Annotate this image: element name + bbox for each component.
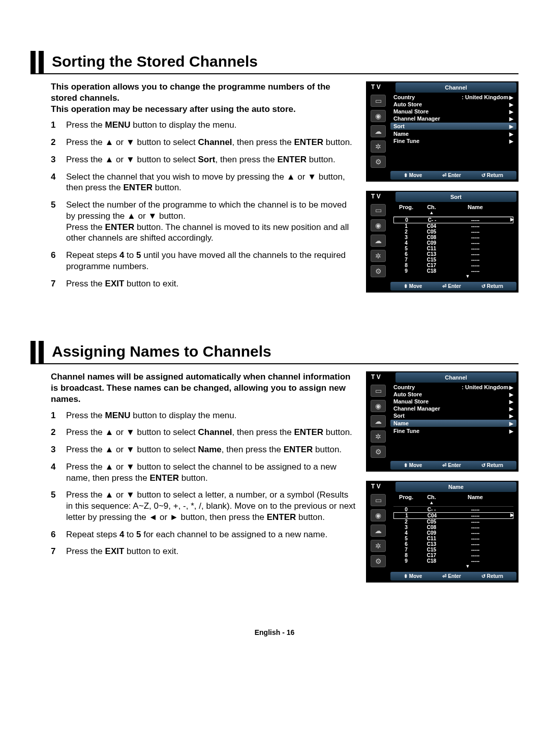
osd-title: Channel [395, 372, 516, 383]
osd-menu-panel: T V Channel▭◉☁✲⚙Country : United Kingdom… [366, 81, 518, 182]
osd-menu-item[interactable]: Channel Manager ▶ [390, 405, 516, 412]
cell-arrow [506, 263, 513, 268]
osd-table-row[interactable]: 2 C05 ----- [393, 229, 513, 235]
cell-prog: 9 [393, 558, 419, 564]
osd-table-row[interactable]: 6 C13 ----- [393, 251, 513, 257]
osd-category-icon: ▭ [371, 385, 386, 397]
cell-ch: C13 [419, 251, 444, 257]
cell-name: ----- [444, 251, 506, 257]
osd-table-row[interactable]: 3 C08 ----- [393, 525, 513, 530]
osd-item-label: Country [393, 384, 415, 390]
osd-category-icon: ☁ [371, 235, 386, 247]
step-text: Select the number of the programme to wh… [66, 199, 356, 244]
osd-category-icon: ✲ [371, 430, 386, 443]
cell-arrow [506, 541, 513, 547]
cell-ch: C15 [419, 547, 444, 553]
osd-menu-item[interactable]: Fine Tune ▶ [390, 137, 516, 144]
osd-menu-item[interactable]: Name ▶ [390, 420, 516, 427]
osd-hint-return: ↺ Return [481, 172, 503, 178]
osd-table-row[interactable]: 8 C17 ----- [393, 263, 513, 268]
osd-menu-item[interactable]: Fine Tune ▶ [390, 427, 516, 434]
cell-ch: C17 [419, 263, 444, 268]
osd-table-row[interactable]: 6 C13 ----- [393, 541, 513, 547]
osd-item-value: ▶ [509, 421, 513, 426]
cell-prog: 3 [393, 525, 419, 530]
cell-prog: 2 [393, 519, 419, 525]
osd-menu-item[interactable]: Manual Store ▶ [390, 398, 516, 405]
step-text: Press the EXIT button to exit. [66, 278, 356, 289]
cell-arrow [506, 257, 513, 263]
cell-name: ----- [444, 525, 506, 530]
osd-table-row[interactable]: 8 C17 ----- [393, 553, 513, 558]
step-item: 3 Press the ▲ or ▼ button to select Name… [30, 444, 356, 455]
arrow-right-icon: ▶ [509, 138, 513, 144]
osd-category-icon: ◉ [371, 110, 386, 122]
cell-ch: C09 [419, 530, 444, 536]
cell-ch: C17 [419, 553, 444, 558]
step-number: 7 [51, 546, 66, 557]
osd-table-row[interactable]: 9 C18 ----- [393, 268, 513, 274]
step-number: 3 [51, 444, 66, 455]
osd-footer: ⬍ Move ⏎ Enter ↺ Return [390, 282, 516, 290]
osd-table-row[interactable]: 5 C11 ----- [393, 536, 513, 541]
section-intro: Channel names will be assigned automatic… [51, 371, 356, 404]
osd-hint-enter: ⏎ Enter [442, 462, 461, 468]
osd-hint-move: ⬍ Move [404, 462, 422, 468]
osd-category-icon: ⚙ [371, 555, 386, 567]
step-text: Press the ▲ or ▼ button to select Name, … [66, 444, 356, 455]
osd-menu-item[interactable]: Country : United Kingdom ▶ [390, 384, 516, 391]
osd-table-row[interactable]: 7 C15 ----- [393, 547, 513, 553]
osd-item-value: ▶ [509, 116, 513, 122]
osd-table-row[interactable]: 2 C05 ----- [393, 519, 513, 525]
arrow-right-icon: ▶ [509, 124, 513, 129]
osd-item-label: Channel Manager [393, 405, 440, 412]
osd-channel-table: Prog. Ch.▲ Name 0 C- - ----- 1 C04 -----… [390, 203, 516, 279]
cell-prog: 6 [393, 251, 419, 257]
osd-tv-label: T V [366, 191, 395, 202]
cell-name: ----- [444, 530, 506, 536]
cell-name: ----- [444, 240, 506, 246]
osd-table-row[interactable]: 4 C09 ----- [393, 530, 513, 536]
osd-menu-item[interactable]: Sort ▶ [390, 412, 516, 419]
osd-item-value: ▶ [509, 131, 513, 137]
osd-menu-item[interactable]: Name ▶ [390, 130, 516, 137]
osd-table-row[interactable]: 4 C09 ----- [393, 240, 513, 246]
osd-table-row[interactable]: 1 C04 ----- [393, 512, 513, 519]
osd-hint-enter: ⏎ Enter [442, 172, 461, 178]
cell-arrow [506, 223, 513, 229]
osd-menu-item[interactable]: Auto Store ▶ [390, 391, 516, 398]
cell-arrow [506, 251, 513, 257]
osd-menu-item[interactable]: Country : United Kingdom ▶ [390, 94, 516, 101]
osd-menu-item[interactable]: Auto Store ▶ [390, 101, 516, 108]
cell-name: ----- [444, 558, 506, 564]
arrow-right-icon: ▶ [509, 399, 513, 404]
osd-category-icon: ▭ [371, 204, 386, 216]
cell-arrow [506, 553, 513, 558]
osd-table-row[interactable]: 3 C08 ----- [393, 235, 513, 240]
osd-table-row[interactable]: 0 C- - ----- [393, 507, 513, 512]
step-text: Press the ▲ or ▼ button to select Channe… [66, 137, 356, 148]
osd-table-row[interactable]: 9 C18 ----- [393, 558, 513, 564]
osd-menu-item[interactable]: Sort ▶ [390, 123, 516, 130]
osd-table-row[interactable]: 1 C04 ----- [393, 223, 513, 229]
osd-table-row[interactable]: 5 C11 ----- [393, 246, 513, 251]
cell-arrow [506, 547, 513, 553]
cell-prog: 3 [393, 235, 419, 240]
osd-hint-return: ↺ Return [481, 283, 503, 289]
section-title: Assigning Names to Channels [49, 341, 518, 363]
cell-prog: 4 [393, 240, 419, 246]
osd-footer: ⬍ Move ⏎ Enter ↺ Return [390, 461, 516, 470]
osd-table-row[interactable]: 7 C15 ----- [393, 257, 513, 263]
cell-name: ----- [444, 235, 506, 240]
osd-menu-item[interactable]: Manual Store ▶ [390, 108, 516, 115]
osd-item-value: ▶ [509, 399, 513, 404]
page: Sorting the Stored ChannelsThis operatio… [30, 0, 518, 667]
osd-menu-item[interactable]: Channel Manager ▶ [390, 115, 516, 122]
osd-title: Name [395, 482, 516, 492]
header-bars-icon [30, 341, 49, 363]
col-header-prog: Prog. [393, 494, 419, 505]
step-item: 1 Press the MENU button to display the m… [30, 410, 356, 421]
cell-prog: 6 [393, 541, 419, 547]
osd-table-row[interactable]: 0 C- - ----- [393, 217, 513, 223]
cell-prog: 7 [393, 547, 419, 553]
